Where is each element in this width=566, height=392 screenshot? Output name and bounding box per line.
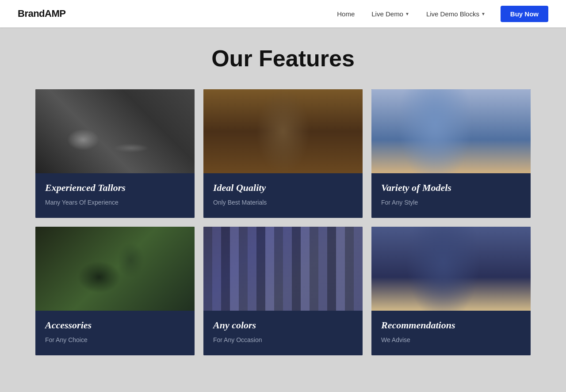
features-grid: Experienced Tallors Many Years Of Experi… xyxy=(35,89,531,355)
section-title: Our Features xyxy=(35,45,531,72)
feature-title-tailors: Experienced Tallors xyxy=(45,182,185,194)
feature-title-accessories: Accessories xyxy=(45,320,185,331)
feature-card-body-colors: Any colors For Any Occasion xyxy=(203,311,363,355)
feature-image-models xyxy=(371,89,531,173)
feature-card-body-accessories: Accessories For Any Choice xyxy=(35,311,195,355)
feature-image-colors xyxy=(203,227,363,311)
feature-card-accessories: Accessories For Any Choice xyxy=(35,227,195,355)
brand-logo[interactable]: BrandAMP xyxy=(18,8,65,19)
feature-desc-colors: For Any Occasion xyxy=(213,335,353,345)
nav-live-demo[interactable]: Live Demo ▼ xyxy=(365,7,416,21)
feature-title-models: Variety of Models xyxy=(381,182,521,194)
feature-card-colors: Any colors For Any Occasion xyxy=(203,227,363,355)
feature-card-body-quality: Ideal Quality Only Best Materials xyxy=(203,173,363,218)
feature-card-recommendations: Recommendations We Advise xyxy=(371,227,531,355)
feature-title-recommendations: Recommendations xyxy=(381,320,521,331)
feature-title-colors: Any colors xyxy=(213,320,353,331)
nav-live-demo-blocks[interactable]: Live Demo Blocks ▼ xyxy=(420,7,492,21)
feature-desc-quality: Only Best Materials xyxy=(213,198,353,207)
feature-image-quality xyxy=(203,89,363,173)
navbar: BrandAMP Home Live Demo ▼ Live Demo Bloc… xyxy=(0,0,566,27)
feature-card-body-tailors: Experienced Tallors Many Years Of Experi… xyxy=(35,173,195,218)
nav-links: Home Live Demo ▼ Live Demo Blocks ▼ Buy … xyxy=(331,6,548,22)
main-content: Our Features Experienced Tallors Many Ye… xyxy=(0,27,566,382)
chevron-down-icon: ▼ xyxy=(405,11,409,16)
buy-now-button[interactable]: Buy Now xyxy=(501,6,548,22)
chevron-down-icon: ▼ xyxy=(481,11,486,16)
feature-card-body-recommendations: Recommendations We Advise xyxy=(371,311,531,355)
feature-card-tailors: Experienced Tallors Many Years Of Experi… xyxy=(35,89,195,218)
feature-desc-models: For Any Style xyxy=(381,198,521,207)
feature-image-tailors xyxy=(35,89,195,173)
feature-image-accessories xyxy=(35,227,195,311)
feature-card-quality: Ideal Quality Only Best Materials xyxy=(203,89,363,218)
feature-card-body-models: Variety of Models For Any Style xyxy=(371,173,531,218)
nav-home[interactable]: Home xyxy=(331,7,361,21)
feature-desc-recommendations: We Advise xyxy=(381,335,521,345)
feature-desc-accessories: For Any Choice xyxy=(45,335,185,345)
feature-image-recommendations xyxy=(371,227,531,311)
feature-desc-tailors: Many Years Of Experience xyxy=(45,198,185,207)
feature-card-models: Variety of Models For Any Style xyxy=(371,89,531,218)
feature-title-quality: Ideal Quality xyxy=(213,182,353,194)
